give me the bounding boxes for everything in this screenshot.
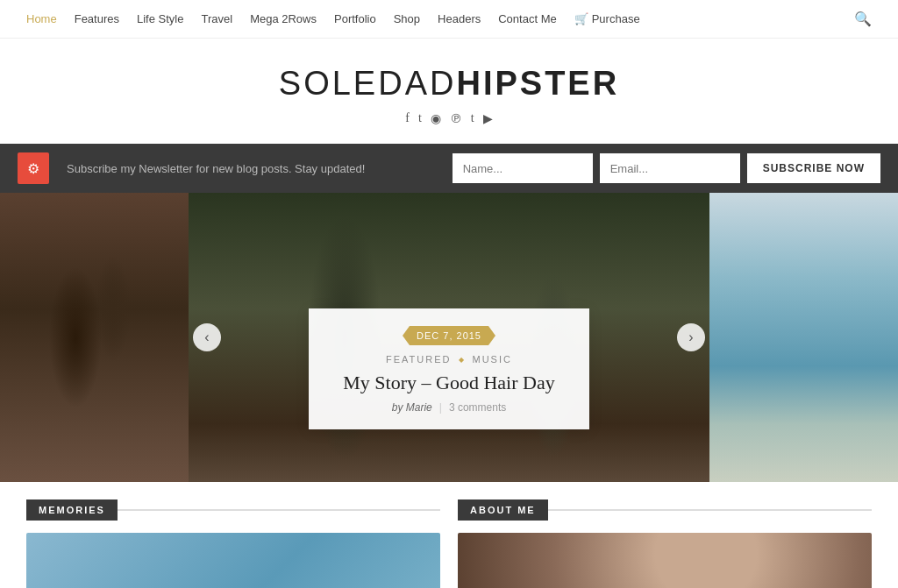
beach-image xyxy=(709,193,898,482)
about-section: ABOUT ME xyxy=(458,499,872,588)
about-image xyxy=(458,533,872,588)
author-name: Marie xyxy=(406,401,432,414)
subscribe-name-input[interactable] xyxy=(453,153,593,183)
site-header: SOLEDADHIPSTER f t ◉ ℗ t ▶ xyxy=(0,39,898,144)
facebook-icon[interactable]: f xyxy=(405,111,410,126)
subscribe-bar: ⚙ Subscribe my Newsletter for new blog p… xyxy=(0,144,898,193)
slider-prev-button[interactable]: ‹ xyxy=(193,323,221,351)
memories-line xyxy=(118,509,440,511)
memories-header: MEMORIES xyxy=(26,499,440,521)
slide-card: DEC 7, 2015 FEATURED ◆ MUSIC My Story – … xyxy=(309,308,589,429)
meta-separator: | xyxy=(439,401,442,414)
main-nav: Home Features Life Style Travel Mega 2Ro… xyxy=(0,0,898,39)
nav-lifestyle[interactable]: Life Style xyxy=(137,12,183,25)
slide-date: DEC 7, 2015 xyxy=(403,326,495,345)
nav-links: Home Features Life Style Travel Mega 2Ro… xyxy=(26,12,640,25)
tree-image xyxy=(0,193,189,482)
subscribe-text: Subscribe my Newsletter for new blog pos… xyxy=(67,162,453,175)
slide-categories: FEATURED ◆ MUSIC xyxy=(335,354,563,365)
pinterest-icon[interactable]: ℗ xyxy=(450,111,462,126)
slider-center-panel: DEC 7, 2015 FEATURED ◆ MUSIC My Story – … xyxy=(189,193,709,482)
social-icons: f t ◉ ℗ t ▶ xyxy=(18,111,880,126)
author-prefix: by xyxy=(392,401,403,414)
nav-mega2rows[interactable]: Mega 2Rows xyxy=(250,12,317,25)
about-label: ABOUT ME xyxy=(458,499,548,521)
memories-image xyxy=(26,533,440,588)
tumblr-icon[interactable]: t xyxy=(471,111,474,126)
slider-section: DEC 7, 2015 FEATURED ◆ MUSIC My Story – … xyxy=(0,193,898,482)
twitter-icon[interactable]: t xyxy=(418,111,422,126)
nav-headers[interactable]: Headers xyxy=(438,12,481,25)
slider-next-button[interactable]: › xyxy=(677,323,705,351)
slide-title: My Story – Good Hair Day xyxy=(335,372,563,394)
diamond-separator: ◆ xyxy=(459,356,466,364)
memories-section: MEMORIES xyxy=(26,499,440,588)
comments-count: 3 comments xyxy=(449,401,506,414)
nav-portfolio[interactable]: Portfolio xyxy=(334,12,376,25)
youtube-icon[interactable]: ▶ xyxy=(483,111,493,126)
cart-icon: 🛒 xyxy=(574,12,588,25)
sections-row: MEMORIES ABOUT ME xyxy=(0,482,898,588)
settings-icon[interactable]: ⚙ xyxy=(18,152,49,184)
nav-travel[interactable]: Travel xyxy=(201,12,232,25)
instagram-icon[interactable]: ◉ xyxy=(431,111,441,126)
slide-meta: by Marie|3 comments xyxy=(335,401,563,414)
slider-right-panel xyxy=(709,193,898,482)
category1-label: FEATURED xyxy=(386,354,451,365)
nav-purchase[interactable]: 🛒 Purchase xyxy=(574,12,640,25)
nav-contact[interactable]: Contact Me xyxy=(498,12,556,25)
about-line xyxy=(548,509,872,511)
subscribe-button[interactable]: SUBSCRIBE NOW xyxy=(747,153,880,183)
category2-label: MUSIC xyxy=(473,354,512,365)
memories-label: MEMORIES xyxy=(26,499,118,521)
subscribe-email-input[interactable] xyxy=(600,153,740,183)
search-icon[interactable]: 🔍 xyxy=(854,11,872,27)
about-header: ABOUT ME xyxy=(458,499,872,521)
site-title: SOLEDADHIPSTER xyxy=(18,65,880,103)
slider-left-panel xyxy=(0,193,189,482)
nav-home[interactable]: Home xyxy=(26,12,57,25)
nav-features[interactable]: Features xyxy=(75,12,119,25)
subscribe-inputs: SUBSCRIBE NOW xyxy=(453,153,880,183)
nav-shop[interactable]: Shop xyxy=(394,12,420,25)
